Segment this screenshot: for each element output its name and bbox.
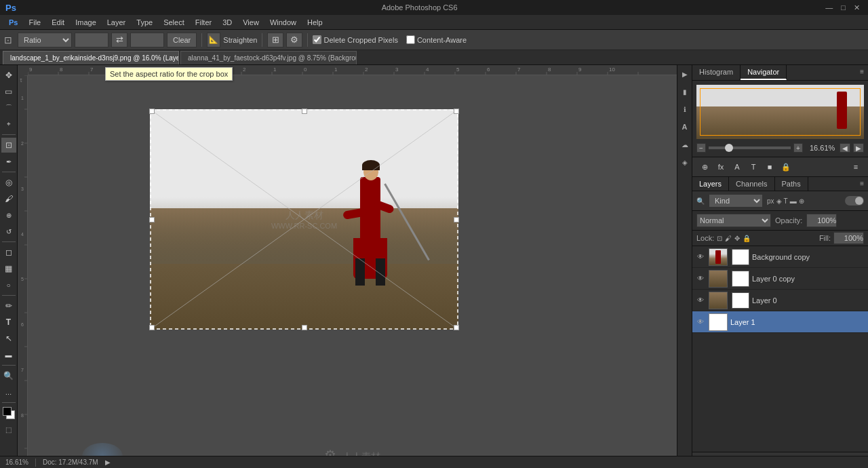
content-aware-checkbox[interactable] <box>406 35 415 44</box>
crop-handle-br[interactable] <box>454 325 459 330</box>
layer-eye-layer1[interactable]: 👁 <box>695 317 706 328</box>
tool-more[interactable]: … <box>1 385 16 399</box>
menu-ps[interactable]: Ps <box>4 17 22 28</box>
side-btn-color[interactable]: ◈ <box>679 156 691 168</box>
crop-handle-tr[interactable] <box>454 109 459 114</box>
layer-eye-layer0-copy[interactable]: 👁 <box>695 273 706 284</box>
tool-path-select[interactable]: ↖ <box>1 331 16 346</box>
menu-help[interactable]: Help <box>302 17 328 28</box>
menu-image[interactable]: Image <box>71 17 101 28</box>
side-btn-mini[interactable]: ▮ <box>679 85 691 98</box>
zoom-out-btn[interactable]: − <box>696 143 706 153</box>
settings-btn[interactable]: ⚙ <box>286 33 302 47</box>
zoom-in-btn[interactable]: + <box>793 143 803 153</box>
layer-item-background-copy[interactable]: 👁 Background copy <box>692 246 868 268</box>
zoom-left-btn[interactable]: ◀ <box>840 143 850 153</box>
tool-stamp[interactable]: ⊕ <box>1 208 16 222</box>
crop-handle-ml[interactable] <box>149 217 155 222</box>
delete-cropped-checkbox[interactable] <box>313 35 321 44</box>
opacity-input[interactable] <box>806 214 837 227</box>
layer-item-layer0[interactable]: 👁 Layer 0 <box>692 290 868 311</box>
foreground-color-swatch[interactable] <box>3 407 12 416</box>
tool-type[interactable]: T <box>1 315 16 330</box>
layers-filter-select[interactable]: Kind Name Effect Mode Attribute Color <box>709 194 763 208</box>
crop-overlay[interactable] <box>150 109 458 330</box>
tab-alanna[interactable]: alanna_41_by_faestock-d63p4fv.jpg @ 8.75… <box>180 51 357 64</box>
tool-brush[interactable]: 🖌 <box>1 191 16 206</box>
grid-overlay-btn[interactable]: ⊞ <box>267 33 283 47</box>
swap-dimensions-btn[interactable]: ⇄ <box>111 33 127 47</box>
filter-icon-smart[interactable]: ⊕ <box>799 197 804 205</box>
menu-layer[interactable]: Layer <box>102 17 131 28</box>
zoom-slider[interactable] <box>709 147 791 149</box>
fill-input[interactable] <box>833 232 864 244</box>
tool-shape[interactable]: ▬ <box>1 347 16 362</box>
tool-gradient[interactable]: ▦ <box>1 261 16 276</box>
filter-icon-px[interactable]: px <box>767 197 774 205</box>
side-btn-cloud[interactable]: ☁ <box>679 138 691 151</box>
layer-item-layer1[interactable]: 👁 Layer 1 <box>692 311 868 333</box>
lock-transparency-btn[interactable]: ⊡ <box>717 235 722 242</box>
lock-all-btn[interactable]: 🔒 <box>743 235 751 242</box>
ratio-select[interactable]: Ratio Original Ratio 1:1 4:3 16:9 <box>18 33 72 47</box>
panel-icon-1[interactable]: ⊕ <box>698 160 711 174</box>
content-aware-label[interactable]: Content-Aware <box>406 35 467 44</box>
filter-icon-adj[interactable]: ◈ <box>776 197 782 205</box>
canvas-viewport[interactable]: 人人素材 WWW.RR-SC.COM <box>28 75 677 468</box>
panel-tab-navigator[interactable]: Navigator <box>741 65 787 80</box>
panel-icon-5[interactable]: ■ <box>763 160 776 174</box>
delete-cropped-label[interactable]: Delete Cropped Pixels <box>313 35 397 44</box>
side-btn-triangle[interactable]: ▶ <box>679 68 691 80</box>
clear-btn[interactable]: Clear <box>167 33 197 47</box>
tool-zoom[interactable]: 🔍 <box>1 368 16 383</box>
tool-crop[interactable]: ⊡ <box>1 138 16 153</box>
side-btn-info[interactable]: ℹ <box>679 103 691 115</box>
panel-icon-2[interactable]: fx <box>714 160 728 174</box>
blend-mode-select[interactable]: Normal Dissolve Multiply Screen Overlay <box>696 214 771 227</box>
panel-icon-4[interactable]: T <box>747 160 760 174</box>
tool-move[interactable]: ✥ <box>1 68 16 83</box>
menu-3d[interactable]: 3D <box>218 17 237 28</box>
tool-wand[interactable]: ⌖ <box>1 117 16 132</box>
minimize-btn[interactable]: — <box>823 3 835 12</box>
straighten-icon-btn[interactable]: 📐 <box>207 33 220 47</box>
panel-icon-6[interactable]: 🔒 <box>779 160 793 174</box>
menu-select[interactable]: Select <box>159 17 189 28</box>
crop-width-input[interactable] <box>75 33 108 47</box>
layers-panel-menu[interactable]: ≡ <box>856 177 868 191</box>
tool-eraser[interactable]: ◻ <box>1 245 16 260</box>
maximize-btn[interactable]: □ <box>838 3 848 12</box>
menu-file[interactable]: File <box>24 17 45 28</box>
tool-blur[interactable]: ○ <box>1 277 16 292</box>
tool-eyedropper[interactable]: ✒ <box>1 154 16 169</box>
zoom-thumb[interactable] <box>725 144 733 152</box>
tool-history-brush[interactable]: ↺ <box>1 224 16 239</box>
tool-quick-mask[interactable]: ⬚ <box>1 422 16 437</box>
tool-marquee[interactable]: ▭ <box>1 84 16 99</box>
zoom-right-btn[interactable]: ▶ <box>853 143 864 153</box>
lock-paint-btn[interactable]: 🖌 <box>725 235 732 242</box>
panel-icon-3[interactable]: A <box>730 160 744 174</box>
menu-type[interactable]: Type <box>132 17 157 28</box>
crop-handle-mr[interactable] <box>454 217 459 222</box>
tool-spot-heal[interactable]: ◎ <box>1 175 16 190</box>
tool-lasso[interactable]: ⌒ <box>1 100 16 115</box>
crop-handle-tm[interactable] <box>302 109 307 114</box>
side-btn-a[interactable]: A <box>679 121 691 133</box>
menu-view[interactable]: View <box>238 17 264 28</box>
crop-height-input[interactable] <box>130 33 164 47</box>
tool-pen[interactable]: ✏ <box>1 298 16 313</box>
filter-toggle[interactable] <box>845 196 864 206</box>
crop-handle-tl[interactable] <box>149 109 155 114</box>
close-btn[interactable]: ✕ <box>851 3 863 12</box>
menu-filter[interactable]: Filter <box>191 17 216 28</box>
panel-tab-histogram[interactable]: Histogram <box>692 65 741 80</box>
layers-tab-paths[interactable]: Paths <box>775 177 808 191</box>
layer-eye-background-copy[interactable]: 👁 <box>695 252 706 262</box>
tab-landscape[interactable]: landscape_1_by_erikainside-d3nsj9.png @ … <box>3 51 179 64</box>
panel-menu-btn[interactable]: ≡ <box>856 65 868 80</box>
layers-tab-layers[interactable]: Layers <box>692 177 729 191</box>
status-arrow[interactable]: ▶ <box>105 459 111 466</box>
layer-item-layer0-copy[interactable]: 👁 Layer 0 copy <box>692 268 868 290</box>
menu-window[interactable]: Window <box>265 17 301 28</box>
